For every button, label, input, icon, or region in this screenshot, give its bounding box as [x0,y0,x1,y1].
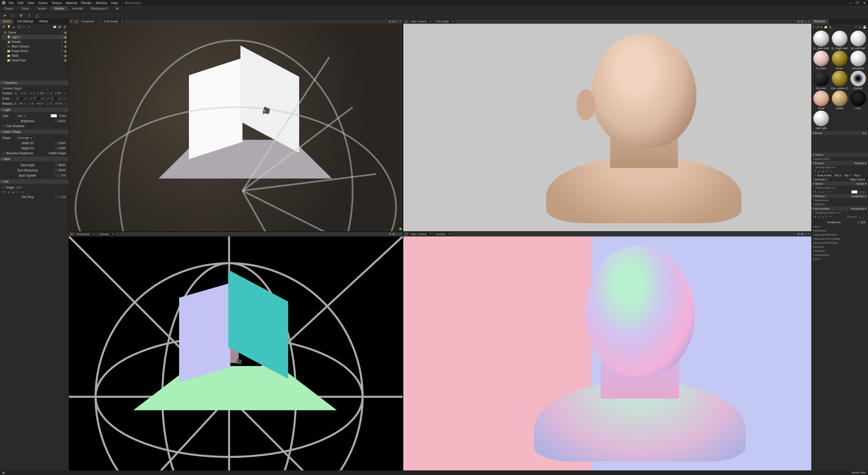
texture-header[interactable]: ▸Texture [811,152,868,157]
material-04-floor[interactable]: 04_Floor [812,51,830,70]
cast-shadows-checkbox[interactable] [2,124,5,128]
material-lens[interactable]: Lens [849,91,867,110]
material-01-back-wall[interactable]: 01_Back Wall [812,31,830,50]
left-tab-history[interactable]: History [36,19,51,24]
scale-y-input[interactable]: 1.0 [37,96,45,100]
gear-icon[interactable]: ⚙ [797,20,800,23]
move-icon[interactable]: ✥ [800,232,804,236]
max-icon[interactable]: □ [395,232,398,236]
pin-icon[interactable]: 📌 [2,25,5,29]
materials-tab[interactable]: Materials [811,19,829,24]
mode-dropdown[interactable]: Draft Quality [102,20,125,23]
mode-dropdown[interactable]: Normals [97,232,116,236]
folder-icon[interactable]: 📁 [53,25,56,29]
clear-icon[interactable]: ✕ [21,190,24,194]
tree-item-scene[interactable]: ⛁Scene👁🔒 [2,30,67,35]
workspace-tab-texture[interactable]: Texture [33,6,51,11]
shape-dropdown[interactable]: Rectangle [16,136,33,140]
menu-scene[interactable]: Scene [36,1,49,5]
material-defaultmat[interactable]: defaultMat [849,51,867,70]
tree-item-walls[interactable]: 📁Walls👁🔒 [2,53,67,58]
move-icon[interactable]: ✥ [800,20,804,23]
scale-x-input[interactable]: 1.0 [20,96,28,100]
axis-icon[interactable]: ⟀ [10,13,16,18]
max-icon[interactable]: □ [395,20,398,23]
gel-checkbox[interactable] [2,186,5,189]
maximize-icon[interactable]: ❐ [855,1,859,5]
viewport-top-left[interactable]: ↗ 🎥 Perspective Draft Quality ⚙✥□↗ [69,19,403,231]
workspace-tab-classic[interactable]: Classic [0,6,18,11]
material-head[interactable]: Head [812,91,830,110]
material-eyeball[interactable]: Eyeball [849,71,867,90]
gel-tiling-value[interactable]: 1.0 [55,195,66,199]
rotation-z-input[interactable]: -42123 [53,101,63,106]
expand-icon[interactable]: ↗ [807,20,810,23]
move-icon[interactable]: ✥ [392,232,395,236]
spot-angle-value[interactable]: 98.08 [55,163,66,167]
workspace-tab-workspace-2[interactable]: Workspace 2 [87,6,112,11]
material-02-right-wall[interactable]: 02_Right Wall [831,31,848,50]
workspace-tab-animate[interactable]: Animate [68,6,87,11]
brows-header[interactable]: ▸Brows◂ ▸ [811,131,868,135]
roughness-value[interactable]: 0.3 [857,220,866,224]
material-jacket[interactable]: Jacket [831,91,848,110]
max-icon[interactable]: □ [804,20,807,23]
x-icon[interactable]: ⊗ [820,26,823,29]
viewport-bottom-left[interactable]: 🎥 Perspective Normals ⚙✥□↗ 🎥 [69,232,403,470]
view-dropdown[interactable]: Perspective [75,232,96,236]
target-icon[interactable]: ◎ [7,190,10,194]
left-tab-scene[interactable]: Scene [0,19,14,24]
cam-mode-icon[interactable]: 🎥 [404,232,408,236]
workspace-new-icon[interactable]: ✱ [112,6,122,11]
menu-texture[interactable]: Texture [50,1,64,5]
viewport-top-right[interactable]: 🎥 Main Camera Full Quality ⚙✥□↗ [403,19,811,231]
cam-mode-icon[interactable]: 🎥 [404,20,408,23]
diffusion-header[interactable]: ▸Diffusion:Lambertian ▾ [811,194,868,198]
light-header[interactable]: ▾Light [0,108,69,112]
width-value[interactable]: 0.433 [55,141,66,145]
save-icon[interactable]: 💾 [863,26,866,29]
channel-dropdown[interactable]: R [858,215,865,219]
gear-icon[interactable]: ⚙ [388,20,392,23]
material-03-left-wall[interactable]: 03_Left Wall [849,31,867,50]
expand-icon[interactable]: ↗ [398,20,402,23]
surface-header[interactable]: ▾SurfaceNormals ▾ [811,161,868,165]
tree-item-render[interactable]: ▦Render👁🔒 [2,39,67,44]
tree-item-light-1[interactable]: 💡Light 1👁🔒 [2,35,67,39]
wire-icon[interactable]: △ [35,13,40,18]
cam-icon[interactable]: 🎥 [18,25,21,29]
material-wall-light[interactable]: Wall Light [812,111,830,130]
add-icon[interactable]: ⊕ [816,26,819,29]
position-y-input[interactable]: 2.228 [36,91,45,95]
dup-icon[interactable]: ▣ [58,25,62,29]
eye-icon[interactable]: 👁 [2,190,6,194]
mode-dropdown[interactable]: Normals [434,232,452,236]
spot-vignette-value[interactable]: 1.0 [55,174,66,177]
edit-icon[interactable]: ✎ [16,190,20,194]
material-eye-wet[interactable]: Eye Wet [812,71,830,90]
pivot-icon[interactable]: ⟟ [27,13,32,18]
rotation-x-input[interactable]: 225.4 [18,101,26,106]
view-dropdown[interactable]: Perspective [79,20,101,23]
tree-item-main-camera[interactable]: 🎥Main Camera👁🔒 [2,44,67,49]
gel-header[interactable]: ▾Gel [0,179,69,184]
brightness-value[interactable]: 8.117 [55,119,66,123]
mode-dropdown[interactable]: Full Quality [434,20,455,23]
left-tab-tool-settings[interactable]: Tool Settings [14,19,36,24]
height-value[interactable]: 2.002 [55,146,66,150]
max-icon[interactable]: □ [804,232,807,236]
material-brows[interactable]: Brows [831,51,848,70]
console-icon[interactable]: ▤ [2,471,5,474]
menu-file[interactable]: File [7,1,16,5]
rotation-y-input[interactable]: -52017 [34,101,45,106]
undo-icon[interactable]: ↶ [855,26,857,29]
tree-item-head-pose[interactable]: 📁Head Pose👁🔒 [2,58,67,62]
menu-view[interactable]: View [26,1,36,5]
menu-material[interactable]: Material [64,1,79,5]
gear-icon[interactable]: ⚙ [797,232,800,236]
target-icon[interactable]: ◎ [859,26,861,29]
menu-window[interactable]: Window [94,1,109,5]
expand-icon[interactable]: ↗ [398,232,402,236]
minimize-icon[interactable]: — [848,1,852,5]
tube-icon[interactable]: ⊙ [28,25,31,29]
